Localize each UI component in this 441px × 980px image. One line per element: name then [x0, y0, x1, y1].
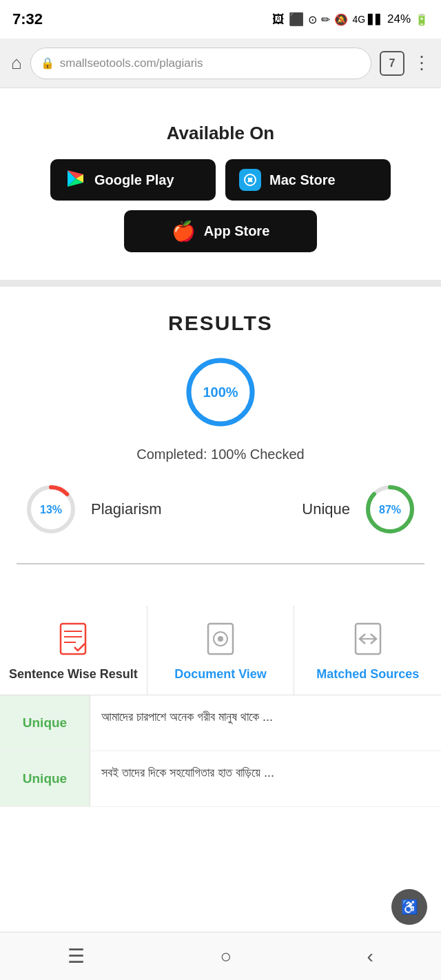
- camera-icon: ⊙: [308, 13, 317, 26]
- completed-text: Completed: 100% Checked: [136, 447, 304, 462]
- result-rows: Unique আমাদের চারপাশে অনেক গরীব মানুষ থা…: [0, 695, 441, 807]
- url-text: smallseotools.com/plagiaris: [60, 57, 203, 70]
- progress-percent-text: 100%: [203, 385, 238, 400]
- result-text-2: সবই তাদের দিকে সহযোগিতার হাত বাড়িয়ে ..…: [90, 751, 441, 806]
- edit-icon: ✏: [321, 13, 330, 26]
- nav-menu-button[interactable]: ☰: [47, 938, 105, 974]
- mac-store-button[interactable]: Mac Store: [225, 159, 391, 201]
- app-store-label: App Store: [204, 223, 270, 239]
- table-row: Unique সবই তাদের দিকে সহযোগিতার হাত বাড়…: [0, 751, 441, 807]
- status-icons: 🖼 ⬛ ⊙ ✏ 🔕 4G ▋▋ 24% 🔋: [272, 12, 429, 27]
- section-separator: [0, 280, 441, 287]
- available-section: Available On: [0, 88, 441, 280]
- store-buttons-row: Google Play Mac Store: [17, 159, 424, 201]
- unique-stat: Unique 87%: [302, 482, 418, 537]
- plagiarism-stat: 13% Plagiarism: [23, 482, 162, 537]
- result-text-1: আমাদের চারপাশে অনেক গরীব মানুষ থাকে ...: [90, 695, 441, 751]
- lock-icon: 🔒: [41, 57, 54, 70]
- result-badge-unique-2: Unique: [0, 751, 90, 806]
- nav-home-button[interactable]: ○: [199, 939, 252, 974]
- home-button[interactable]: ⌂: [11, 52, 22, 74]
- results-section: RESULTS 100% Completed: 100% Checked 13%…: [0, 287, 441, 585]
- svg-text:13%: 13%: [40, 504, 62, 515]
- address-bar: ⌂ 🔒 smallseotools.com/plagiaris 7 ⋮: [0, 39, 441, 88]
- main-content: Available On: [0, 88, 441, 807]
- table-row: Unique আমাদের চারপাশে অনেক গরীব মানুষ থা…: [0, 695, 441, 751]
- google-play-button[interactable]: Google Play: [50, 159, 216, 201]
- plagiarism-label: Plagiarism: [91, 500, 162, 518]
- status-bar: 7:32 🖼 ⬛ ⊙ ✏ 🔕 4G ▋▋ 24% 🔋: [0, 0, 441, 39]
- available-title: Available On: [167, 123, 275, 144]
- tab-sentence-wise-label: Sentence Wise Result: [9, 666, 138, 682]
- sentence-wise-icon: [55, 621, 91, 657]
- tab-matched-sources-label: Matched Sources: [316, 666, 419, 682]
- tab-sentence-wise[interactable]: Sentence Wise Result: [0, 606, 147, 695]
- svg-text:87%: 87%: [379, 504, 401, 515]
- nav-back-button[interactable]: ‹: [347, 939, 394, 974]
- document-view-icon: [203, 621, 238, 657]
- float-action-button[interactable]: ♿: [391, 889, 427, 925]
- plagiarism-circle: 13%: [23, 482, 79, 537]
- signal-icon: 4G ▋▋: [352, 14, 383, 25]
- matched-sources-icon: [350, 621, 386, 657]
- document-view-icon-container: [201, 620, 240, 658]
- google-play-label: Google Play: [94, 172, 174, 188]
- status-time: 7:32: [12, 10, 43, 28]
- float-icon: ♿: [401, 899, 418, 915]
- progress-circle: 100%: [183, 354, 258, 433]
- mute-icon: 🔕: [334, 13, 348, 26]
- tabs-row: Sentence Wise Result Document View: [0, 606, 441, 695]
- sentence-wise-icon-container: [54, 620, 92, 658]
- tab-document-view[interactable]: Document View: [147, 606, 295, 695]
- mac-store-icon: [239, 169, 261, 191]
- google-play-icon: [64, 169, 86, 191]
- progress-circle-svg: 100%: [183, 354, 258, 430]
- menu-dots-button[interactable]: ⋮: [413, 52, 430, 74]
- tab-count-button[interactable]: 7: [380, 51, 404, 76]
- tab-document-view-label: Document View: [174, 666, 267, 682]
- unique-circle: 87%: [362, 482, 418, 537]
- svg-rect-13: [61, 624, 85, 654]
- results-title: RESULTS: [168, 312, 273, 335]
- divider-line: [17, 563, 424, 564]
- result-badge-unique-1: Unique: [0, 695, 90, 751]
- url-box[interactable]: 🔒 smallseotools.com/plagiaris: [30, 48, 371, 79]
- stats-row: 13% Plagiarism Unique 87%: [17, 482, 424, 537]
- notification-icon: 🖼: [272, 12, 285, 27]
- svg-point-19: [218, 636, 223, 642]
- matched-sources-icon-container: [349, 620, 387, 658]
- tabs-section: Sentence Wise Result Document View: [0, 585, 441, 807]
- app-store-button[interactable]: 🍎 App Store: [124, 210, 317, 252]
- android-icon: ⬛: [289, 12, 304, 27]
- bottom-nav: ☰ ○ ‹: [0, 932, 441, 980]
- svg-point-4: [248, 178, 252, 182]
- tab-matched-sources[interactable]: Matched Sources: [294, 606, 441, 695]
- battery-icon: 🔋: [415, 13, 429, 26]
- unique-label: Unique: [302, 500, 350, 518]
- url-path: /plagiaris: [156, 57, 203, 70]
- battery-percent: 24%: [387, 12, 411, 26]
- apple-icon: 🍎: [172, 220, 196, 243]
- mac-store-label: Mac Store: [269, 172, 336, 188]
